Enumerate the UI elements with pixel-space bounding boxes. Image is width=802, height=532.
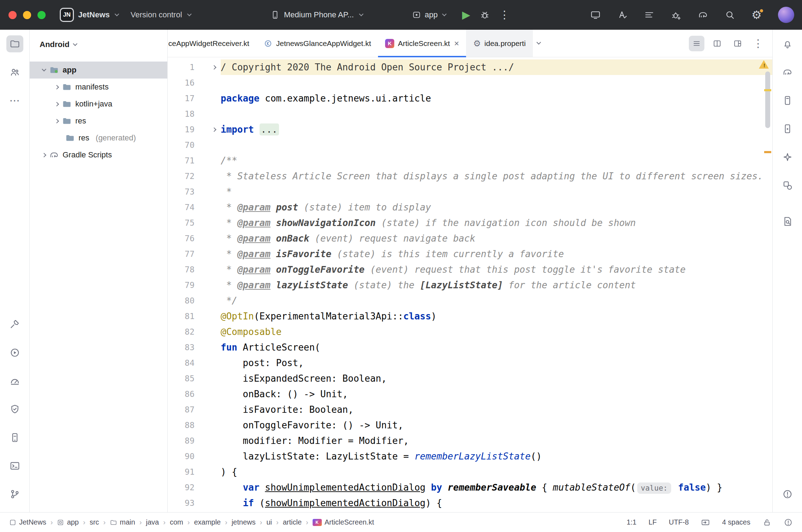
code-line[interactable]: 82@Composable xyxy=(168,324,772,340)
code-line[interactable]: 79 * @param lazyListState (state) the [L… xyxy=(168,277,772,293)
device-selector[interactable]: Medium Phone AP... xyxy=(271,10,363,19)
profiler-tool-button[interactable] xyxy=(6,372,23,389)
warning-stripe-mark[interactable] xyxy=(764,89,771,91)
code-line[interactable]: 78 * @param onToggleFavorite (event) req… xyxy=(168,262,772,277)
code-line[interactable]: 83fun ArticleScreen( xyxy=(168,340,772,355)
code-line[interactable]: 77 * @param isFavorite (state) is this i… xyxy=(168,246,772,262)
tab-jetnews-glance-app-widget[interactable]: JetnewsGlanceAppWidget.kt xyxy=(256,30,378,57)
code-line[interactable]: 17package com.example.jetnews.ui.article xyxy=(168,91,772,106)
live-edit-icon[interactable] xyxy=(617,10,628,20)
breadcrumb-item[interactable]: ui xyxy=(266,518,272,526)
code-line[interactable]: 71/** xyxy=(168,153,772,168)
code-line[interactable]: 90 lazyListState: LazyListState = rememb… xyxy=(168,449,772,464)
code-line[interactable]: 18 xyxy=(168,106,772,122)
maximize-window-button[interactable] xyxy=(37,11,46,19)
code-line[interactable]: 1/ Copyright 2020 The Android Open Sourc… xyxy=(168,59,772,75)
line-separator-widget[interactable]: LF xyxy=(649,518,657,526)
device-mirroring-icon[interactable] xyxy=(590,10,601,20)
commit-tool-button[interactable] xyxy=(6,64,23,81)
run-configuration-label[interactable]: app xyxy=(425,10,438,19)
warning-stripe-mark[interactable] xyxy=(764,151,771,153)
user-avatar[interactable] xyxy=(778,7,794,23)
find-tool-button[interactable] xyxy=(779,213,796,230)
close-window-button[interactable] xyxy=(8,11,17,19)
logcat-icon[interactable] xyxy=(644,10,655,20)
vcs-widget[interactable]: Version control xyxy=(130,10,191,19)
run-button[interactable]: ▶ xyxy=(462,10,470,20)
gemini-button[interactable] xyxy=(779,149,796,166)
code-line[interactable]: 76 * @param onBack (event) request navig… xyxy=(168,231,772,246)
project-tool-button[interactable] xyxy=(6,35,23,52)
editor-list-toggle-button[interactable] xyxy=(689,36,704,51)
code-line[interactable]: 85 isExpandedScreen: Boolean, xyxy=(168,371,772,386)
app-inspection-button[interactable] xyxy=(779,177,796,194)
terminal-tool-button[interactable] xyxy=(6,457,23,474)
breadcrumb-item[interactable]: app xyxy=(57,518,79,526)
breadcrumb-item-file[interactable]: KArticleScreen.kt xyxy=(313,518,374,526)
encoding-widget[interactable]: UTF-8 xyxy=(669,518,689,526)
more-tool-windows-button[interactable]: ⋯ xyxy=(6,92,23,109)
play-policy-tool-button[interactable] xyxy=(6,401,23,418)
error-status-icon[interactable] xyxy=(784,518,793,527)
code-editor[interactable]: 1/ Copyright 2020 The Android Open Sourc… xyxy=(168,57,772,512)
code-line[interactable]: 70 xyxy=(168,137,772,153)
code-line[interactable]: 16 xyxy=(168,75,772,91)
app-quality-insights-icon[interactable] xyxy=(671,10,681,20)
close-tab-icon[interactable]: × xyxy=(454,39,459,48)
fold-collapsed-icon[interactable] xyxy=(194,59,221,75)
breadcrumb-item[interactable]: main xyxy=(110,518,135,526)
tab-glance-app-widget-receiver[interactable]: ceAppWidgetReceiver.kt xyxy=(168,30,256,57)
breadcrumb-item[interactable]: src xyxy=(89,518,99,526)
tree-item-res-generated[interactable]: res (generated) xyxy=(30,129,167,146)
preview-layout-button[interactable] xyxy=(730,36,745,51)
code-line[interactable]: 86 onBack: () -> Unit, xyxy=(168,386,772,402)
breadcrumb-item[interactable]: article xyxy=(283,518,302,526)
debug-button[interactable] xyxy=(480,10,490,20)
minimize-window-button[interactable] xyxy=(23,11,31,19)
code-line[interactable]: 19import ... xyxy=(168,122,772,137)
lock-icon[interactable] xyxy=(762,518,772,527)
code-line[interactable]: 81@OptIn(ExperimentalMaterial3Api::class… xyxy=(168,308,772,324)
tab-article-screen[interactable]: K ArticleScreen.kt × xyxy=(378,30,466,57)
problems-tool-button[interactable] xyxy=(779,486,796,503)
tree-item-res[interactable]: res xyxy=(30,112,167,129)
code-line[interactable]: 88 onToggleFavorite: () -> Unit, xyxy=(168,417,772,433)
code-line[interactable]: 72 * Stateless Article Screen that displ… xyxy=(168,168,772,184)
editor-scrollbar[interactable] xyxy=(765,71,770,128)
device-explorer-tool-button[interactable] xyxy=(6,429,23,446)
run-tool-button[interactable] xyxy=(6,344,23,361)
tab-idea-properties[interactable]: ⚙ idea.properti xyxy=(466,30,533,57)
version-control-tool-button[interactable] xyxy=(6,486,23,503)
code-line[interactable]: 93 if (showUnimplementedActionDialog) { xyxy=(168,495,772,511)
code-line[interactable]: 75 * @param showNavigationIcon (state) i… xyxy=(168,215,772,231)
more-actions-button[interactable]: ⋮ xyxy=(499,10,510,20)
code-line[interactable]: 91) { xyxy=(168,464,772,480)
tree-item-manifests[interactable]: manifests xyxy=(30,79,167,96)
caret-position-widget[interactable]: 1:1 xyxy=(627,518,637,526)
tree-item-gradle-scripts[interactable]: Gradle Scripts xyxy=(30,146,167,163)
build-tool-button[interactable] xyxy=(6,316,23,333)
tree-item-kotlin-java[interactable]: kotlin+java xyxy=(30,96,167,112)
search-everywhere-icon[interactable] xyxy=(725,10,735,20)
tree-item-app[interactable]: app xyxy=(30,62,167,79)
code-line[interactable]: 74 * @param post (state) item to display xyxy=(168,200,772,215)
tab-indicator-icon[interactable] xyxy=(701,518,710,527)
code-line[interactable]: 92 var showUnimplementedActionDialog by … xyxy=(168,480,772,495)
settings-button[interactable]: ⚙ xyxy=(751,9,762,21)
hidden-tabs-button[interactable] xyxy=(533,42,545,45)
breadcrumb-item[interactable]: example xyxy=(194,518,221,526)
gradle-sync-icon[interactable] xyxy=(698,10,708,20)
gradle-tool-button[interactable] xyxy=(779,64,796,81)
code-line[interactable]: 73 * xyxy=(168,184,772,200)
indent-widget[interactable]: 4 spaces xyxy=(722,518,750,526)
fold-collapsed-icon[interactable] xyxy=(194,122,221,137)
project-widget[interactable]: JN JetNews xyxy=(60,8,118,22)
code-line[interactable]: 89 modifier: Modifier = Modifier, xyxy=(168,433,772,449)
breadcrumb-item[interactable]: java xyxy=(146,518,159,526)
split-editor-button[interactable] xyxy=(709,36,725,51)
running-devices-button[interactable] xyxy=(779,120,796,137)
breadcrumb-item[interactable]: jetnews xyxy=(232,518,256,526)
notifications-button[interactable] xyxy=(779,35,796,52)
editor-more-button[interactable]: ⋮ xyxy=(750,36,766,51)
breadcrumb-item[interactable]: JetNews xyxy=(9,518,46,526)
